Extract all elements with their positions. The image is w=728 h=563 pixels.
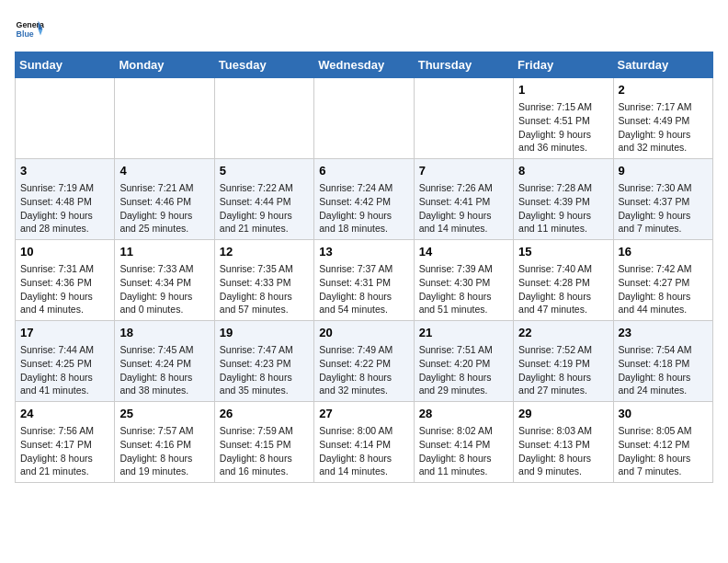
day-number: 29 (518, 406, 608, 422)
calendar-cell: 21Sunrise: 7:51 AMSunset: 4:20 PMDayligh… (414, 321, 513, 402)
day-info: Sunrise: 7:54 AMSunset: 4:18 PMDaylight:… (619, 343, 708, 397)
calendar-cell: 5Sunrise: 7:22 AMSunset: 4:44 PMDaylight… (214, 159, 313, 240)
day-number: 19 (220, 325, 309, 341)
calendar-week-2: 3Sunrise: 7:19 AMSunset: 4:48 PMDaylight… (16, 159, 713, 240)
calendar-cell: 17Sunrise: 7:44 AMSunset: 4:25 PMDayligh… (16, 321, 115, 402)
calendar-cell: 25Sunrise: 7:57 AMSunset: 4:16 PMDayligh… (115, 402, 214, 483)
calendar-cell: 2Sunrise: 7:17 AMSunset: 4:49 PMDaylight… (613, 78, 712, 159)
day-number: 8 (518, 163, 608, 179)
day-info: Sunrise: 7:24 AMSunset: 4:42 PMDaylight:… (319, 181, 408, 236)
day-info: Sunrise: 7:37 AMSunset: 4:31 PMDaylight:… (319, 262, 408, 316)
day-info: Sunrise: 7:42 AMSunset: 4:27 PMDaylight:… (619, 262, 708, 316)
day-info: Sunrise: 7:56 AMSunset: 4:17 PMDaylight:… (20, 424, 109, 478)
day-number: 9 (619, 163, 708, 179)
svg-text:Blue: Blue (17, 29, 34, 39)
calendar-cell: 28Sunrise: 8:02 AMSunset: 4:14 PMDayligh… (414, 402, 513, 483)
calendar-table: SundayMondayTuesdayWednesdayThursdayFrid… (15, 52, 713, 483)
calendar-cell (414, 78, 513, 159)
day-info: Sunrise: 7:26 AMSunset: 4:41 PMDaylight:… (419, 181, 508, 236)
weekday-header-thursday: Thursday (414, 52, 513, 78)
day-info: Sunrise: 7:33 AMSunset: 4:34 PMDaylight:… (119, 262, 209, 316)
calendar-cell: 9Sunrise: 7:30 AMSunset: 4:37 PMDaylight… (613, 159, 712, 240)
day-info: Sunrise: 7:52 AMSunset: 4:19 PMDaylight:… (518, 343, 608, 397)
day-number: 25 (119, 406, 209, 422)
day-number: 27 (319, 406, 408, 422)
day-number: 14 (419, 244, 508, 260)
day-info: Sunrise: 7:21 AMSunset: 4:46 PMDaylight:… (119, 181, 209, 236)
calendar-cell: 8Sunrise: 7:28 AMSunset: 4:39 PMDaylight… (514, 159, 613, 240)
day-info: Sunrise: 8:00 AMSunset: 4:14 PMDaylight:… (319, 424, 408, 478)
weekday-header-wednesday: Wednesday (314, 52, 414, 78)
day-number: 21 (419, 325, 508, 341)
day-number: 23 (619, 325, 708, 341)
day-number: 28 (419, 406, 508, 422)
calendar-cell (314, 78, 414, 159)
day-info: Sunrise: 7:49 AMSunset: 4:22 PMDaylight:… (319, 343, 408, 397)
day-number: 12 (220, 244, 309, 260)
day-info: Sunrise: 8:03 AMSunset: 4:13 PMDaylight:… (518, 424, 608, 478)
day-info: Sunrise: 7:19 AMSunset: 4:48 PMDaylight:… (20, 181, 109, 236)
calendar-cell: 22Sunrise: 7:52 AMSunset: 4:19 PMDayligh… (514, 321, 613, 402)
calendar-cell (115, 78, 214, 159)
calendar-cell: 1Sunrise: 7:15 AMSunset: 4:51 PMDaylight… (514, 78, 613, 159)
page-header: General Blue (15, 15, 713, 44)
day-info: Sunrise: 7:22 AMSunset: 4:44 PMDaylight:… (220, 181, 309, 236)
logo-icon: General Blue (15, 15, 44, 44)
day-info: Sunrise: 8:02 AMSunset: 4:14 PMDaylight:… (419, 424, 508, 478)
calendar-cell: 23Sunrise: 7:54 AMSunset: 4:18 PMDayligh… (613, 321, 712, 402)
day-number: 30 (619, 406, 708, 422)
day-number: 24 (20, 406, 109, 422)
day-info: Sunrise: 7:47 AMSunset: 4:23 PMDaylight:… (220, 343, 309, 397)
calendar-cell: 16Sunrise: 7:42 AMSunset: 4:27 PMDayligh… (613, 240, 712, 321)
day-number: 22 (518, 325, 608, 341)
calendar-cell: 20Sunrise: 7:49 AMSunset: 4:22 PMDayligh… (314, 321, 414, 402)
day-number: 3 (20, 163, 109, 179)
day-number: 1 (518, 82, 608, 98)
weekday-header-tuesday: Tuesday (214, 52, 313, 78)
day-number: 26 (220, 406, 309, 422)
day-info: Sunrise: 7:39 AMSunset: 4:30 PMDaylight:… (419, 262, 508, 316)
weekday-header-saturday: Saturday (613, 52, 712, 78)
day-info: Sunrise: 7:44 AMSunset: 4:25 PMDaylight:… (20, 343, 109, 397)
day-number: 13 (319, 244, 408, 260)
day-info: Sunrise: 7:15 AMSunset: 4:51 PMDaylight:… (518, 100, 608, 155)
calendar-cell: 10Sunrise: 7:31 AMSunset: 4:36 PMDayligh… (16, 240, 115, 321)
day-number: 18 (119, 325, 209, 341)
calendar-cell: 11Sunrise: 7:33 AMSunset: 4:34 PMDayligh… (115, 240, 214, 321)
day-info: Sunrise: 7:30 AMSunset: 4:37 PMDaylight:… (619, 181, 708, 236)
logo: General Blue (15, 15, 44, 44)
day-number: 20 (319, 325, 408, 341)
day-number: 15 (518, 244, 608, 260)
day-info: Sunrise: 7:57 AMSunset: 4:16 PMDaylight:… (119, 424, 209, 478)
calendar-cell: 29Sunrise: 8:03 AMSunset: 4:13 PMDayligh… (514, 402, 613, 483)
calendar-cell: 15Sunrise: 7:40 AMSunset: 4:28 PMDayligh… (514, 240, 613, 321)
day-info: Sunrise: 7:28 AMSunset: 4:39 PMDaylight:… (518, 181, 608, 236)
calendar-cell: 19Sunrise: 7:47 AMSunset: 4:23 PMDayligh… (214, 321, 313, 402)
calendar-week-4: 17Sunrise: 7:44 AMSunset: 4:25 PMDayligh… (16, 321, 713, 402)
calendar-week-3: 10Sunrise: 7:31 AMSunset: 4:36 PMDayligh… (16, 240, 713, 321)
svg-marker-3 (39, 29, 43, 35)
calendar-cell: 24Sunrise: 7:56 AMSunset: 4:17 PMDayligh… (16, 402, 115, 483)
calendar-cell: 12Sunrise: 7:35 AMSunset: 4:33 PMDayligh… (214, 240, 313, 321)
day-info: Sunrise: 7:17 AMSunset: 4:49 PMDaylight:… (619, 100, 708, 155)
day-number: 5 (220, 163, 309, 179)
day-info: Sunrise: 7:59 AMSunset: 4:15 PMDaylight:… (220, 424, 309, 478)
calendar-week-5: 24Sunrise: 7:56 AMSunset: 4:17 PMDayligh… (16, 402, 713, 483)
day-number: 6 (319, 163, 408, 179)
calendar-header: SundayMondayTuesdayWednesdayThursdayFrid… (16, 52, 713, 78)
day-info: Sunrise: 8:05 AMSunset: 4:12 PMDaylight:… (619, 424, 708, 478)
day-info: Sunrise: 7:31 AMSunset: 4:36 PMDaylight:… (20, 262, 109, 316)
calendar-cell: 7Sunrise: 7:26 AMSunset: 4:41 PMDaylight… (414, 159, 513, 240)
day-info: Sunrise: 7:45 AMSunset: 4:24 PMDaylight:… (119, 343, 209, 397)
calendar-cell: 26Sunrise: 7:59 AMSunset: 4:15 PMDayligh… (214, 402, 313, 483)
calendar-cell: 3Sunrise: 7:19 AMSunset: 4:48 PMDaylight… (16, 159, 115, 240)
day-info: Sunrise: 7:35 AMSunset: 4:33 PMDaylight:… (220, 262, 309, 316)
calendar-cell: 30Sunrise: 8:05 AMSunset: 4:12 PMDayligh… (613, 402, 712, 483)
day-number: 7 (419, 163, 508, 179)
calendar-cell (214, 78, 313, 159)
day-info: Sunrise: 7:51 AMSunset: 4:20 PMDaylight:… (419, 343, 508, 397)
day-number: 4 (119, 163, 209, 179)
calendar-cell (16, 78, 115, 159)
day-number: 2 (619, 82, 708, 98)
calendar-week-1: 1Sunrise: 7:15 AMSunset: 4:51 PMDaylight… (16, 78, 713, 159)
